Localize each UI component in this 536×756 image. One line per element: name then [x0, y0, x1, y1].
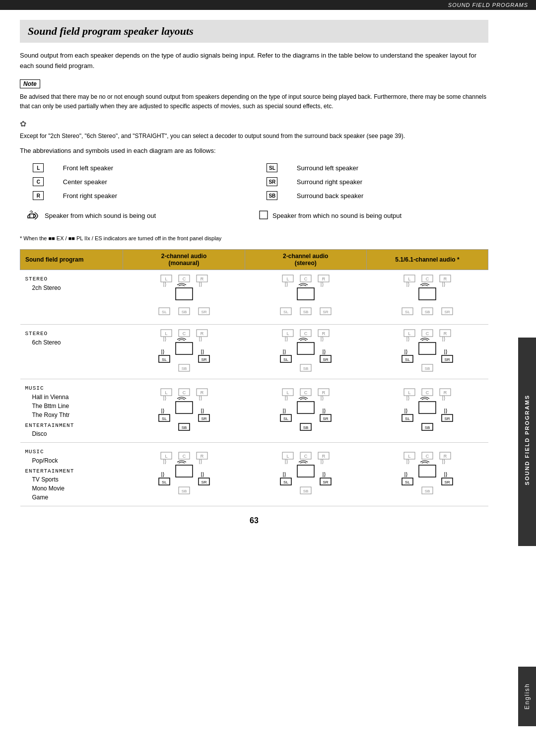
svg-rect-47 [176, 343, 193, 354]
svg-text:SB: SB [303, 310, 308, 314]
diagram-cell-1a: C L R [123, 270, 245, 325]
svg-text:R: R [200, 276, 203, 281]
svg-text:SL: SL [283, 310, 288, 314]
svg-text:C: C [426, 390, 429, 395]
diagram-cell-4b: C L R SL [245, 443, 366, 506]
tip-text: Except for "2ch Stereo", "6ch Stereo", a… [20, 132, 488, 141]
diagram-cell-4a: C L R SL [123, 443, 245, 506]
table-header-sfp: Sound field program [20, 250, 123, 270]
table-header-stereo: 2-channel audio(stereo) [245, 250, 366, 270]
svg-text:SR: SR [323, 357, 328, 362]
svg-text:SB: SB [425, 425, 430, 430]
diagram-cell-3c: C L R SL [366, 379, 488, 443]
svg-text:SB: SB [181, 366, 187, 371]
svg-text:L: L [286, 276, 289, 281]
svg-text:L: L [165, 276, 167, 281]
svg-text:SL: SL [405, 310, 410, 314]
intro-text: Sound output from each speaker depends o… [20, 51, 488, 71]
legend-L-desc: Front left speaker [59, 161, 254, 174]
svg-text:R: R [322, 454, 325, 459]
svg-text:SL: SL [405, 416, 410, 421]
svg-text:SB: SB [425, 489, 430, 493]
svg-text:R: R [200, 390, 203, 395]
svg-text:C: C [182, 390, 186, 395]
svg-text:SB: SB [303, 425, 308, 430]
svg-rect-1 [260, 211, 268, 219]
diagram-cell-4c: C L R SL [366, 443, 488, 506]
right-sidebar-english: English [518, 667, 536, 726]
table-row: MUSIC Pop/Rock ENTERTAINMENT TV Sports M… [20, 443, 488, 506]
diagram-cell-1c: C L R SL [366, 270, 488, 325]
svg-text:L: L [408, 454, 410, 459]
top-bar-label: SOUND FIELD PROGRAMS [448, 2, 528, 8]
svg-rect-99 [297, 402, 314, 413]
svg-rect-60 [297, 343, 314, 354]
diagram-cell-3b: C L R SL [245, 379, 366, 443]
svg-text:SR: SR [201, 357, 206, 362]
legend-inactive-desc: Speaker from which no sound is being out… [272, 212, 402, 219]
svg-rect-151 [419, 465, 436, 477]
svg-text:SR: SR [201, 310, 206, 314]
svg-text:C: C [304, 276, 307, 281]
svg-text:L: L [165, 390, 167, 395]
svg-rect-34 [419, 288, 436, 300]
svg-text:R: R [200, 331, 203, 336]
svg-text:C: C [426, 454, 429, 459]
note-text: Be advised that there may be no or not e… [20, 92, 488, 111]
page-number: 63 [20, 516, 488, 525]
svg-text:SL: SL [405, 480, 410, 484]
sidebar-sfp-label: SOUND FIELD PROGRAMS [524, 395, 530, 485]
svg-text:R: R [444, 390, 447, 395]
svg-text:C: C [182, 454, 186, 459]
top-bar: SOUND FIELD PROGRAMS [0, 0, 536, 10]
svg-text:C: C [426, 276, 429, 281]
legend-inactive-cell: Speaker from which no sound is being out… [255, 203, 487, 226]
speaker-inactive-icon [259, 210, 268, 221]
legend-C-symbol: C [21, 175, 58, 188]
svg-text:L: L [286, 454, 289, 459]
legend-R-desc: Front right speaker [59, 189, 254, 202]
legend-SB-symbol: SB [255, 189, 292, 202]
legend-active-desc: Speaker from which sound is being out [45, 212, 156, 219]
svg-text:SB: SB [303, 366, 308, 371]
svg-text:SB: SB [303, 489, 308, 493]
svg-text:SL: SL [405, 357, 410, 362]
svg-text:SL: SL [162, 310, 167, 314]
svg-text:L: L [165, 454, 167, 459]
svg-text:SB: SB [425, 366, 430, 371]
sidebar-eng-label: English [524, 683, 531, 709]
svg-text:R: R [322, 331, 325, 336]
svg-text:SR: SR [201, 416, 206, 421]
svg-text:SB: SB [181, 425, 187, 430]
svg-text:C: C [426, 331, 429, 336]
footnote-text: * When the ■■ EX / ■■ PL IIx / ES indica… [20, 235, 488, 241]
legend-active-cell: Speaker from which sound is being out [21, 203, 254, 226]
diagram-cell-3a: C L R SL [123, 379, 245, 443]
tip-icon: ✿ [20, 119, 488, 129]
svg-text:L: L [408, 276, 410, 281]
page-title: Sound field program speaker layouts [20, 20, 488, 43]
svg-text:SR: SR [444, 416, 450, 421]
svg-rect-125 [176, 465, 193, 477]
svg-text:SB: SB [425, 310, 430, 314]
svg-text:SR: SR [323, 480, 328, 484]
legend-L-symbol: L [21, 161, 58, 174]
svg-text:R: R [444, 276, 447, 281]
table-header-mono: 2-channel audio(monaural) [123, 250, 245, 270]
legend-SB-desc: Surround back speaker [293, 189, 487, 202]
diagram-cell-2c: C L R SL [366, 325, 488, 379]
legend-C-desc: Center speaker [59, 175, 254, 188]
svg-rect-8 [176, 288, 193, 300]
diagram-cell-2a: C L R [123, 325, 245, 379]
svg-text:SR: SR [444, 310, 450, 314]
diagram-cell-1b: C L R SL [245, 270, 366, 325]
svg-text:SL: SL [283, 480, 288, 484]
svg-rect-112 [419, 402, 436, 413]
svg-text:SL: SL [162, 357, 167, 362]
svg-text:SB: SB [181, 489, 187, 493]
svg-text:C: C [304, 331, 307, 336]
sfp-cell-2: STEREO 6ch Stereo [20, 325, 123, 379]
table-row: STEREO 6ch Stereo C L R [20, 325, 488, 379]
legend-SL-symbol: SL [255, 161, 292, 174]
right-sidebar-sfp: SOUND FIELD PROGRAMS [518, 338, 536, 546]
